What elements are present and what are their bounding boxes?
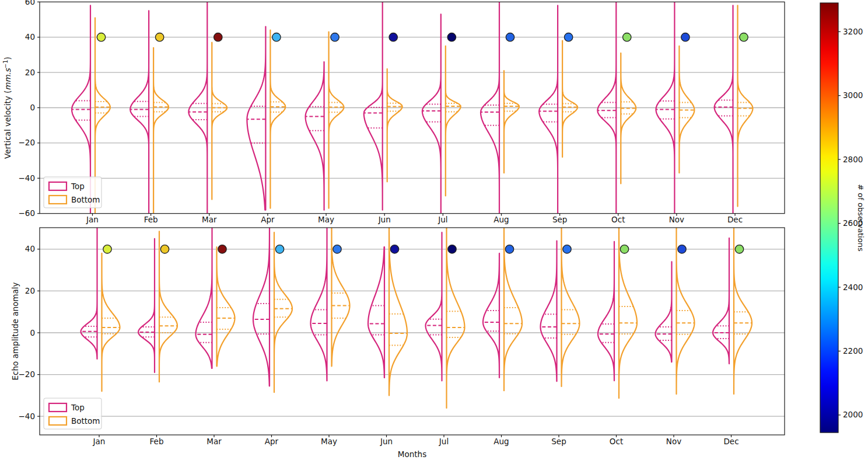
xtick-label-mar: Mar [206,437,222,446]
xtick-label-jun: Jun [378,215,391,224]
ytick-label: 0 [30,328,35,337]
obs-dot-vertical_velocity-mar [214,33,222,41]
subplot-echo-amplitude-anomaly-ylabel: Echo amplitude anomaly [10,283,20,381]
xtick-label-may: May [318,215,334,224]
subplot-echo-amplitude-anomaly-spines [40,228,785,435]
ytick-label: −20 [19,370,36,379]
colorbar-tick-label: 2000 [843,410,863,419]
violin-vertical_velocity-jul-bottom [446,46,461,196]
xtick-label-jan: Jan [86,215,99,224]
violin-vertical_velocity-apr-bottom [270,30,285,208]
colorbar-label: # of observations [856,184,865,252]
ytick-label: 60 [25,0,35,6]
xtick-label-sep: Sep [552,215,567,224]
xtick-label-dec: Dec [723,437,738,446]
obs-dot-echo_amplitude_anomaly-apr [275,245,284,253]
xlabel: Months [398,449,426,459]
ytick-label: 40 [25,32,35,41]
obs-dot-echo_amplitude_anomaly-jun [390,245,398,253]
obs-dot-echo_amplitude_anomaly-may [333,245,341,253]
violin-vertical_velocity-mar-bottom [212,43,227,200]
violin-figure-svg: −60−40−200204060JanFebMarAprMayJunJulAug… [0,0,868,460]
xtick-label-apr: Apr [265,437,279,446]
colorbar-tick-label: 2800 [843,155,863,164]
obs-dot-echo_amplitude_anomaly-nov [678,245,686,253]
violin-vertical_velocity-nov-top [656,0,674,217]
xtick-label-feb: Feb [150,437,164,446]
legend-label-top: Top [71,182,85,191]
xtick-label-jul: Jul [438,215,447,224]
obs-dot-vertical_velocity-apr [272,33,281,41]
violin-vertical_velocity-mar-top [188,0,207,217]
violin-echo_amplitude_anomaly-jun-top [368,247,384,378]
xtick-label-mar: Mar [202,215,217,224]
legend-label-bottom: Bottom [71,416,100,426]
obs-dot-vertical_velocity-aug [506,33,514,41]
ytick-label: 0 [30,103,35,112]
violin-echo_amplitude_anomaly-jan-top [81,224,97,359]
ytick-label: −40 [19,412,36,421]
obs-dot-vertical_velocity-jul [447,33,456,41]
violin-echo_amplitude_anomaly-may-bottom [332,224,350,367]
subplot-vertical-velocity-violins [72,0,753,217]
violin-echo_amplitude_anomaly-sep-top [541,241,557,381]
xtick-label-sep: Sep [551,437,566,446]
colorbar-tick-label: 2400 [843,283,863,292]
violin-echo_amplitude_anomaly-dec-top [713,238,729,364]
subplot-echo-amplitude-anomaly-legend: TopBottom [44,398,102,429]
violin-vertical_velocity-feb-top [130,11,149,217]
subplot-vertical-velocity-legend: TopBottom [44,177,102,208]
ytick-label: 20 [25,68,35,77]
violin-vertical_velocity-jun-bottom [387,69,402,182]
subplot-echo-amplitude-anomaly-violins [81,224,752,408]
colorbar-tick-label: 3200 [843,27,863,36]
subplot-vertical-velocity-ylabel: Vertical velocity (mm.s−1) [2,57,12,159]
xtick-label-nov: Nov [669,215,684,224]
obs-dot-vertical_velocity-may [331,33,339,41]
violin-echo_amplitude_anomaly-feb-top [138,239,155,372]
violin-echo_amplitude_anomaly-feb-bottom [159,231,177,382]
xtick-label-aug: Aug [494,437,509,446]
obs-dot-echo_amplitude_anomaly-aug [505,245,513,253]
obs-dot-vertical_velocity-jun [389,33,397,41]
obs-dot-vertical_velocity-nov [681,33,690,41]
colorbar: 2000220024002600280030003200# of observa… [820,3,865,433]
violin-echo_amplitude_anomaly-apr-bottom [274,232,292,392]
xtick-label-jul: Jul [439,437,449,446]
obs-dot-echo_amplitude_anomaly-mar [218,245,226,253]
violin-vertical_velocity-aug-bottom [504,71,519,173]
legend-label-bottom: Bottom [71,195,100,204]
violin-vertical_velocity-oct-top [597,0,616,217]
obs-dot-echo_amplitude_anomaly-jul [448,245,456,253]
obs-dot-echo_amplitude_anomaly-feb [160,245,169,253]
subplot-vertical-velocity: −60−40−200204060JanFebMarAprMayJunJulAug… [2,0,785,224]
obs-dot-echo_amplitude_anomaly-oct [620,245,628,253]
violin-vertical_velocity-sep-bottom [562,41,578,157]
obs-dot-echo_amplitude_anomaly-sep [563,245,571,253]
violin-echo_amplitude_anomaly-jul-top [426,232,442,381]
xtick-label-oct: Oct [611,215,625,224]
ytick-label: −20 [19,138,36,147]
xtick-label-dec: Dec [727,215,743,224]
legend-label-top: Top [71,403,85,412]
violin-echo_amplitude_anomaly-nov-top [656,262,672,362]
obs-dot-vertical_velocity-dec [740,33,748,41]
violin-echo_amplitude_anomaly-jan-bottom [102,253,120,391]
ytick-label: −60 [19,208,36,218]
violin-vertical_velocity-apr-top [247,27,265,210]
xtick-label-nov: Nov [666,437,681,446]
xtick-label-apr: Apr [261,215,275,224]
xtick-label-may: May [321,437,337,446]
xtick-label-jun: Jun [380,437,393,446]
violin-echo_amplitude_anomaly-mar-top [196,224,212,368]
obs-dot-echo_amplitude_anomaly-dec [735,245,743,253]
violin-echo_amplitude_anomaly-may-top [311,228,327,381]
colorbar-bar [820,3,838,433]
obs-dot-vertical_velocity-feb [155,33,163,41]
violin-vertical_velocity-feb-bottom [153,48,169,217]
subplot-echo-amplitude-anomaly: −40−2002040JanFebMarAprMayJunJulAugSepOc… [10,224,785,459]
obs-dot-vertical_velocity-oct [623,33,631,41]
violin-echo_amplitude_anomaly-apr-top [253,228,270,386]
obs-dot-vertical_velocity-jan [97,33,105,41]
violin-vertical_velocity-may-top [306,62,324,210]
